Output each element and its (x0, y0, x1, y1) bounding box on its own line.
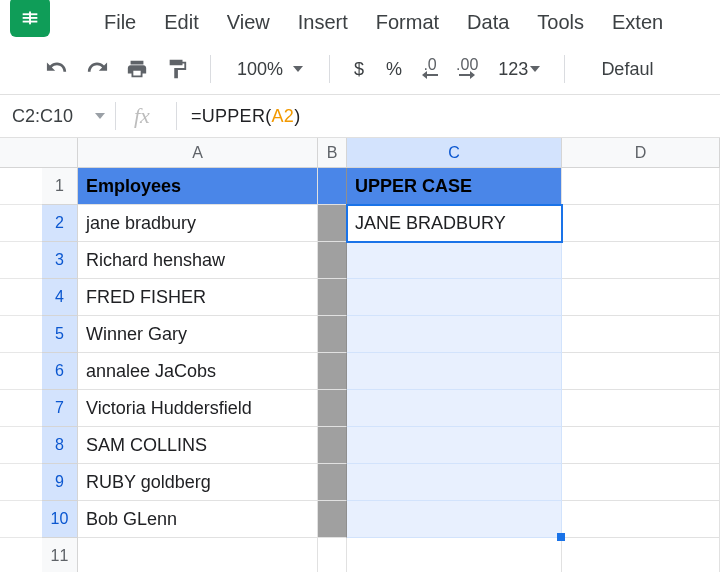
cell-b3[interactable] (318, 242, 347, 279)
cell-b6[interactable] (318, 353, 347, 390)
cell-d7[interactable] (562, 390, 720, 427)
cell-b8[interactable] (318, 427, 347, 464)
menu-format[interactable]: Format (362, 5, 453, 40)
cell-a3[interactable]: Richard henshaw (78, 242, 318, 279)
gutter (0, 242, 42, 279)
name-box[interactable]: C2:C10 (0, 106, 115, 127)
cell-c9[interactable] (347, 464, 562, 501)
cell-d5[interactable] (562, 316, 720, 353)
menu-file[interactable]: File (90, 5, 150, 40)
cell-b7[interactable] (318, 390, 347, 427)
cell-b2[interactable] (318, 205, 347, 242)
cell-c4[interactable] (347, 279, 562, 316)
cell-c10[interactable] (347, 501, 562, 538)
col-header-d[interactable]: D (562, 138, 720, 168)
gutter (0, 316, 42, 353)
row-header-3[interactable]: 3 (42, 242, 78, 279)
cell-a11[interactable] (78, 538, 318, 572)
cell-d1[interactable] (562, 168, 720, 205)
row-header-6[interactable]: 6 (42, 353, 78, 390)
cell-c1[interactable]: UPPER CASE (347, 168, 562, 205)
cell-d2[interactable] (562, 205, 720, 242)
cell-c2[interactable]: JANE BRADBURY (347, 205, 562, 242)
menu-extensions[interactable]: Exten (598, 5, 677, 40)
cell-a7[interactable]: Victoria Huddersfield (78, 390, 318, 427)
chevron-down-icon (293, 66, 303, 72)
row-header-5[interactable]: 5 (42, 316, 78, 353)
cell-d6[interactable] (562, 353, 720, 390)
format-percent-button[interactable]: % (378, 59, 410, 80)
format-currency-button[interactable]: $ (346, 59, 372, 80)
row-header-4[interactable]: 4 (42, 279, 78, 316)
decrease-decimal-button[interactable]: .0 (416, 52, 444, 86)
col-header-c[interactable]: C (347, 138, 562, 168)
zoom-select[interactable]: 100% (227, 59, 313, 80)
cell-d10[interactable] (562, 501, 720, 538)
cell-c8[interactable] (347, 427, 562, 464)
cell-b4[interactable] (318, 279, 347, 316)
row-header-7[interactable]: 7 (42, 390, 78, 427)
menu-insert[interactable]: Insert (284, 5, 362, 40)
menu-data[interactable]: Data (453, 5, 523, 40)
toolbar: 100% $ % .0 .00 123 Defaul (0, 44, 720, 94)
name-box-value: C2:C10 (12, 106, 73, 127)
col-header-a[interactable]: A (78, 138, 318, 168)
cell-b10[interactable] (318, 501, 347, 538)
print-button[interactable] (120, 52, 154, 86)
gutter (0, 279, 42, 316)
cell-b1[interactable] (318, 168, 347, 205)
app-logo[interactable] (10, 0, 50, 37)
gutter (0, 538, 42, 572)
cell-b9[interactable] (318, 464, 347, 501)
cell-b11[interactable] (318, 538, 347, 572)
formula-input[interactable]: =UPPER(A2) (191, 106, 301, 127)
menu-view[interactable]: View (213, 5, 284, 40)
cell-c3[interactable] (347, 242, 562, 279)
increase-decimal-button[interactable]: .00 (450, 52, 484, 86)
redo-button[interactable] (80, 52, 114, 86)
cell-d3[interactable] (562, 242, 720, 279)
cell-a5[interactable]: Winner Gary (78, 316, 318, 353)
cell-c6[interactable] (347, 353, 562, 390)
col-header-b[interactable]: B (318, 138, 347, 168)
cell-a2[interactable]: jane bradbury (78, 205, 318, 242)
cell-a1[interactable]: Employees (78, 168, 318, 205)
sheets-icon (19, 6, 41, 28)
cell-d4[interactable] (562, 279, 720, 316)
menu-edit[interactable]: Edit (150, 5, 212, 40)
select-all-corner[interactable] (0, 138, 78, 168)
paint-format-button[interactable] (160, 52, 194, 86)
formula-close-paren: ) (294, 106, 300, 126)
spreadsheet-grid[interactable]: A B C D 1 Employees UPPER CASE 2 jane br… (0, 138, 720, 572)
row-header-10[interactable]: 10 (42, 501, 78, 538)
cell-d11[interactable] (562, 538, 720, 572)
row-header-2[interactable]: 2 (42, 205, 78, 242)
chevron-down-icon (530, 66, 540, 72)
cell-c11[interactable] (347, 538, 562, 572)
cell-d9[interactable] (562, 464, 720, 501)
cell-a4[interactable]: FRED FISHER (78, 279, 318, 316)
undo-icon (46, 58, 68, 80)
row-header-11[interactable]: 11 (42, 538, 78, 572)
toolbar-separator (329, 55, 330, 83)
row-header-1[interactable]: 1 (42, 168, 78, 205)
fx-label: fx (134, 103, 150, 129)
cell-b5[interactable] (318, 316, 347, 353)
arrow-right-icon (459, 71, 475, 79)
row-header-9[interactable]: 9 (42, 464, 78, 501)
cell-a6[interactable]: annalee JaCobs (78, 353, 318, 390)
menu-tools[interactable]: Tools (523, 5, 598, 40)
cell-a9[interactable]: RUBY goldberg (78, 464, 318, 501)
gutter (0, 205, 42, 242)
cell-a8[interactable]: SAM COLLINS (78, 427, 318, 464)
font-family-select[interactable]: Defaul (581, 59, 661, 80)
cell-a10[interactable]: Bob GLenn (78, 501, 318, 538)
row-header-8[interactable]: 8 (42, 427, 78, 464)
number-format-select[interactable]: 123 (490, 59, 548, 80)
cell-c5[interactable] (347, 316, 562, 353)
formula-cell-ref: A2 (272, 106, 295, 126)
paint-format-icon (166, 58, 188, 80)
cell-d8[interactable] (562, 427, 720, 464)
undo-button[interactable] (40, 52, 74, 86)
cell-c7[interactable] (347, 390, 562, 427)
